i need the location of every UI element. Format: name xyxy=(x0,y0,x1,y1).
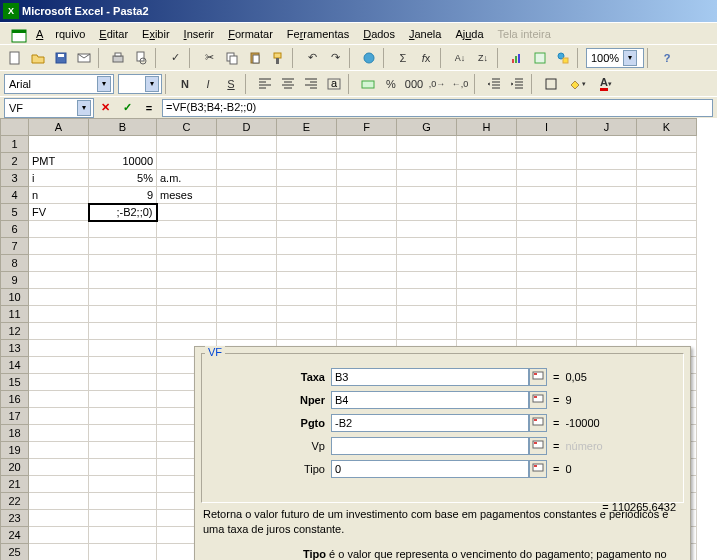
chevron-down-icon[interactable]: ▾ xyxy=(145,76,159,92)
menu-editar[interactable]: Editar xyxy=(93,26,134,42)
zoom-combo[interactable]: 100%▾ xyxy=(586,48,644,68)
align-right-icon[interactable] xyxy=(300,73,322,95)
chart-icon[interactable] xyxy=(506,47,528,69)
menu-tela-inteira[interactable]: Tela inteira xyxy=(492,26,557,42)
row-header[interactable]: 25 xyxy=(1,544,29,561)
font-combo[interactable]: Arial▾ xyxy=(4,74,114,94)
col-header[interactable]: A xyxy=(29,119,89,136)
cell[interactable]: a.m. xyxy=(157,170,217,187)
row-header[interactable]: 12 xyxy=(1,323,29,340)
row-header[interactable]: 14 xyxy=(1,357,29,374)
fill-color-icon[interactable]: ▾ xyxy=(563,73,591,95)
row-header[interactable]: 11 xyxy=(1,306,29,323)
row-header[interactable]: 2 xyxy=(1,153,29,170)
preview-icon[interactable] xyxy=(130,47,152,69)
cancel-formula-icon[interactable]: ✕ xyxy=(95,99,115,117)
row-header[interactable]: 5 xyxy=(1,204,29,221)
save-icon[interactable] xyxy=(50,47,72,69)
row-header[interactable]: 4 xyxy=(1,187,29,204)
autosum-icon[interactable]: Σ xyxy=(392,47,414,69)
row-header[interactable]: 1 xyxy=(1,136,29,153)
menu-dados[interactable]: Dados xyxy=(357,26,401,42)
italic-icon[interactable]: I xyxy=(197,73,219,95)
format-painter-icon[interactable] xyxy=(267,47,289,69)
col-header[interactable]: F xyxy=(337,119,397,136)
align-center-icon[interactable] xyxy=(277,73,299,95)
bold-icon[interactable]: N xyxy=(174,73,196,95)
function-icon[interactable]: fx xyxy=(415,47,437,69)
new-icon[interactable] xyxy=(4,47,26,69)
size-combo[interactable]: ▾ xyxy=(118,74,162,94)
menu-ferramentas[interactable]: Ferramentas xyxy=(281,26,355,42)
copy-icon[interactable] xyxy=(221,47,243,69)
align-left-icon[interactable] xyxy=(254,73,276,95)
spell-icon[interactable]: ✓ xyxy=(164,47,186,69)
cell[interactable]: i xyxy=(29,170,89,187)
sort-desc-icon[interactable]: Z↓ xyxy=(472,47,494,69)
redo-icon[interactable]: ↷ xyxy=(324,47,346,69)
map-icon[interactable] xyxy=(529,47,551,69)
cell[interactable]: PMT xyxy=(29,153,89,170)
chevron-down-icon[interactable]: ▾ xyxy=(77,100,91,116)
edit-formula-icon[interactable]: = xyxy=(139,99,159,117)
inc-indent-icon[interactable] xyxy=(506,73,528,95)
thousands-icon[interactable]: 000 xyxy=(403,73,425,95)
undo-icon[interactable]: ↶ xyxy=(301,47,323,69)
borders-icon[interactable] xyxy=(540,73,562,95)
draw-icon[interactable] xyxy=(552,47,574,69)
dec-indent-icon[interactable] xyxy=(483,73,505,95)
menu-formatar[interactable]: Formatar xyxy=(222,26,279,42)
row-header[interactable]: 6 xyxy=(1,221,29,238)
print-icon[interactable] xyxy=(107,47,129,69)
row-header[interactable]: 15 xyxy=(1,374,29,391)
row-header[interactable]: 7 xyxy=(1,238,29,255)
open-icon[interactable] xyxy=(27,47,49,69)
menu-ajuda[interactable]: Ajuda xyxy=(449,26,489,42)
chevron-down-icon[interactable]: ▾ xyxy=(97,76,111,92)
chevron-down-icon[interactable]: ▾ xyxy=(623,50,637,66)
row-header[interactable]: 20 xyxy=(1,459,29,476)
cell[interactable]: 9 xyxy=(89,187,157,204)
row-header[interactable]: 10 xyxy=(1,289,29,306)
row-header[interactable]: 16 xyxy=(1,391,29,408)
link-icon[interactable] xyxy=(358,47,380,69)
currency-icon[interactable] xyxy=(357,73,379,95)
menu-inserir[interactable]: Inserir xyxy=(178,26,221,42)
cell[interactable]: n xyxy=(29,187,89,204)
col-header[interactable]: H xyxy=(457,119,517,136)
mail-icon[interactable] xyxy=(73,47,95,69)
menu-arquivo[interactable]: Arquivo xyxy=(30,26,91,42)
cell[interactable]: meses xyxy=(157,187,217,204)
paste-icon[interactable] xyxy=(244,47,266,69)
spreadsheet-grid[interactable]: A B C D E F G H I J K 1 2PMT10000 3i5%a.… xyxy=(0,118,717,560)
row-header[interactable]: 22 xyxy=(1,493,29,510)
col-header[interactable]: G xyxy=(397,119,457,136)
col-header[interactable]: E xyxy=(277,119,337,136)
col-header[interactable]: B xyxy=(89,119,157,136)
dec-decimal-icon[interactable]: ←,0 xyxy=(449,73,471,95)
col-header[interactable]: D xyxy=(217,119,277,136)
row-header[interactable]: 18 xyxy=(1,425,29,442)
help-icon[interactable]: ? xyxy=(656,47,678,69)
row-header[interactable]: 9 xyxy=(1,272,29,289)
menu-janela[interactable]: Janela xyxy=(403,26,447,42)
row-header[interactable]: 19 xyxy=(1,442,29,459)
cell[interactable]: FV xyxy=(29,204,89,221)
menu-exibir[interactable]: Exibir xyxy=(136,26,176,42)
sort-asc-icon[interactable]: A↓ xyxy=(449,47,471,69)
row-header[interactable]: 21 xyxy=(1,476,29,493)
active-cell[interactable]: ;-B2;;0) xyxy=(89,204,157,221)
inc-decimal-icon[interactable]: ,0→ xyxy=(426,73,448,95)
row-header[interactable]: 23 xyxy=(1,510,29,527)
col-header[interactable]: I xyxy=(517,119,577,136)
percent-icon[interactable]: % xyxy=(380,73,402,95)
underline-icon[interactable]: S xyxy=(220,73,242,95)
select-all[interactable] xyxy=(1,119,29,136)
cell[interactable]: 5% xyxy=(89,170,157,187)
cut-icon[interactable]: ✂ xyxy=(198,47,220,69)
formula-input[interactable]: =VF(B3;B4;-B2;;0) xyxy=(162,99,713,117)
row-header[interactable]: 17 xyxy=(1,408,29,425)
cell[interactable]: 10000 xyxy=(89,153,157,170)
row-header[interactable]: 8 xyxy=(1,255,29,272)
font-color-icon[interactable]: A▾ xyxy=(592,73,620,95)
